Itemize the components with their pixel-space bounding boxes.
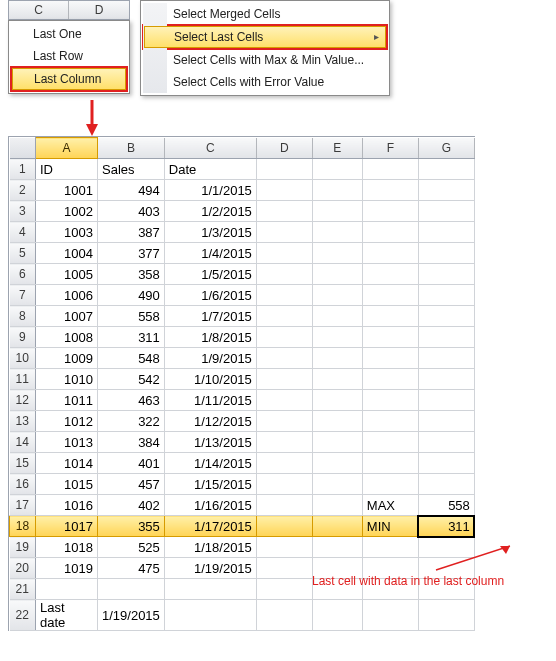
col-header-c[interactable]: C (9, 1, 69, 19)
cell[interactable] (256, 327, 312, 348)
cell[interactable]: 548 (98, 348, 165, 369)
cell[interactable] (418, 432, 474, 453)
menu-item-max-min[interactable]: Select Cells with Max & Min Value... (143, 49, 387, 71)
cell[interactable] (312, 495, 362, 516)
cell[interactable]: 457 (98, 474, 165, 495)
cell[interactable]: 558 (418, 495, 474, 516)
selected-cell[interactable]: 311 (418, 516, 474, 537)
cell[interactable] (418, 222, 474, 243)
cell[interactable]: 1004 (36, 243, 98, 264)
cell[interactable] (362, 201, 418, 222)
cell[interactable] (418, 327, 474, 348)
row-header[interactable]: 2 (10, 180, 36, 201)
cell[interactable] (362, 306, 418, 327)
cell[interactable] (362, 369, 418, 390)
cell[interactable] (312, 432, 362, 453)
cell[interactable] (362, 180, 418, 201)
cell[interactable] (256, 474, 312, 495)
cell[interactable]: 1008 (36, 327, 98, 348)
cell[interactable]: 358 (98, 264, 165, 285)
row-header[interactable]: 16 (10, 474, 36, 495)
cell[interactable] (362, 390, 418, 411)
row-header[interactable]: 20 (10, 558, 36, 579)
cell[interactable] (312, 327, 362, 348)
submenu-item-last-row[interactable]: Last Row (11, 45, 127, 67)
cell[interactable]: 1013 (36, 432, 98, 453)
cell[interactable] (312, 201, 362, 222)
cell[interactable] (362, 600, 418, 631)
cell[interactable] (312, 516, 362, 537)
cell[interactable]: Sales (98, 159, 165, 180)
cell[interactable] (256, 285, 312, 306)
cell[interactable] (312, 306, 362, 327)
cell[interactable]: 1006 (36, 285, 98, 306)
cell[interactable] (256, 201, 312, 222)
cell[interactable]: MAX (362, 495, 418, 516)
cell[interactable] (362, 411, 418, 432)
cell[interactable] (256, 411, 312, 432)
cell[interactable] (362, 432, 418, 453)
cell[interactable] (312, 285, 362, 306)
cell[interactable] (256, 369, 312, 390)
cell[interactable] (418, 285, 474, 306)
cell[interactable]: 1007 (36, 306, 98, 327)
cell[interactable] (418, 411, 474, 432)
row-header[interactable]: 17 (10, 495, 36, 516)
cell[interactable] (418, 390, 474, 411)
row-header[interactable]: 14 (10, 432, 36, 453)
cell[interactable] (418, 243, 474, 264)
cell[interactable] (312, 558, 362, 579)
cell[interactable]: 355 (98, 516, 165, 537)
row-header[interactable]: 9 (10, 327, 36, 348)
cell[interactable]: 1009 (36, 348, 98, 369)
cell[interactable] (312, 579, 362, 600)
row-header[interactable]: 11 (10, 369, 36, 390)
cell[interactable]: 1017 (36, 516, 98, 537)
cell[interactable]: 387 (98, 222, 165, 243)
row-header[interactable]: 22 (10, 600, 36, 631)
cell[interactable]: 1011 (36, 390, 98, 411)
cell[interactable]: 1/13/2015 (164, 432, 256, 453)
cell[interactable] (362, 579, 418, 600)
cell[interactable] (256, 306, 312, 327)
row-header[interactable]: 13 (10, 411, 36, 432)
col-header-f[interactable]: F (362, 138, 418, 159)
cell[interactable] (418, 201, 474, 222)
row-header[interactable]: 4 (10, 222, 36, 243)
cell[interactable]: 525 (98, 537, 165, 558)
cell[interactable]: 1003 (36, 222, 98, 243)
select-all-corner[interactable] (10, 138, 36, 159)
cell[interactable]: 1/2/2015 (164, 201, 256, 222)
cell[interactable] (362, 243, 418, 264)
cell[interactable]: 1/19/2015 (164, 558, 256, 579)
cell[interactable] (418, 159, 474, 180)
cell[interactable]: 1/3/2015 (164, 222, 256, 243)
cell[interactable] (312, 369, 362, 390)
row-header[interactable]: 8 (10, 306, 36, 327)
submenu-item-last-one[interactable]: Last One (11, 23, 127, 45)
cell[interactable]: 475 (98, 558, 165, 579)
cell[interactable]: 1/5/2015 (164, 264, 256, 285)
cell[interactable] (36, 579, 98, 600)
row-header[interactable]: 21 (10, 579, 36, 600)
cell[interactable]: 401 (98, 453, 165, 474)
cell[interactable]: 1/4/2015 (164, 243, 256, 264)
row-header[interactable]: 19 (10, 537, 36, 558)
cell[interactable] (256, 516, 312, 537)
cell[interactable]: 463 (98, 390, 165, 411)
cell[interactable] (164, 579, 256, 600)
cell[interactable]: 1/16/2015 (164, 495, 256, 516)
cell[interactable]: 311 (98, 327, 165, 348)
cell[interactable]: 384 (98, 432, 165, 453)
cell[interactable] (256, 222, 312, 243)
cell[interactable] (312, 600, 362, 631)
cell[interactable]: 558 (98, 306, 165, 327)
cell[interactable] (418, 579, 474, 600)
cell[interactable]: ID (36, 159, 98, 180)
cell[interactable]: 1/9/2015 (164, 348, 256, 369)
col-header-g[interactable]: G (418, 138, 474, 159)
cell[interactable] (362, 264, 418, 285)
cell[interactable]: 1002 (36, 201, 98, 222)
row-header[interactable]: 6 (10, 264, 36, 285)
cell[interactable] (362, 474, 418, 495)
